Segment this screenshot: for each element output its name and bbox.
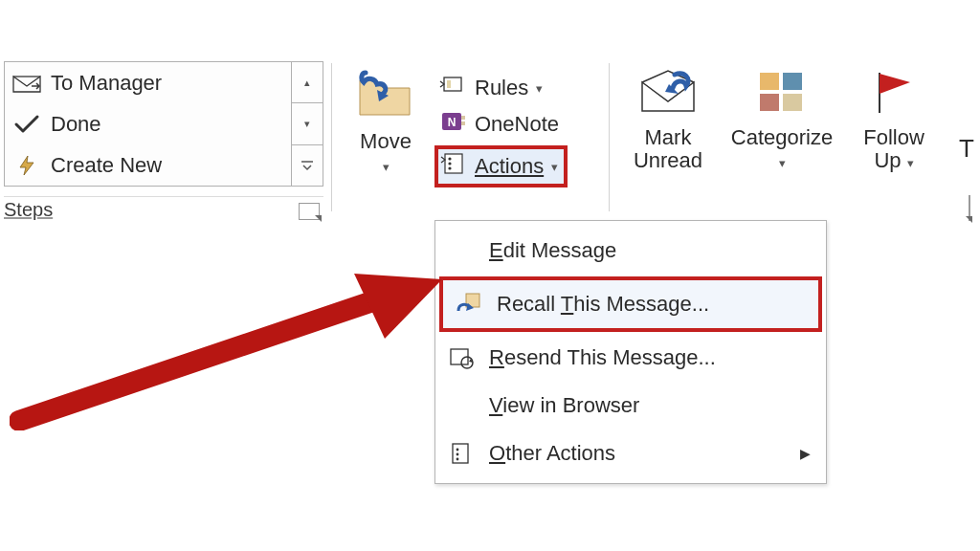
- svg-rect-7: [445, 154, 462, 173]
- svg-rect-6: [461, 121, 465, 125]
- gallery-up-button[interactable]: ▴: [292, 62, 323, 103]
- recall-icon: [455, 292, 483, 317]
- quick-steps-group-label: Steps: [4, 196, 323, 221]
- mark-unread-label-2: Unread: [634, 148, 702, 172]
- ribbon-group-divider: [609, 63, 610, 211]
- menu-item-view-in-browser[interactable]: View in Browser: [435, 382, 826, 430]
- menu-item-edit-message[interactable]: Edit Message: [435, 227, 826, 275]
- svg-point-21: [457, 458, 459, 461]
- follow-up-button[interactable]: Follow Up ▾: [850, 69, 938, 172]
- rules-button[interactable]: Rules ▾: [434, 73, 568, 103]
- svg-rect-13: [760, 94, 779, 111]
- mark-unread-button[interactable]: Mark Unread: [620, 69, 716, 172]
- other-actions-icon: [447, 441, 476, 466]
- svg-rect-2: [447, 80, 451, 88]
- onenote-button[interactable]: N OneNote: [434, 109, 568, 140]
- svg-point-9: [448, 162, 451, 165]
- mark-unread-label-1: Mark: [645, 125, 692, 149]
- move-label: Move: [360, 129, 412, 153]
- menu-item-recall-message[interactable]: Recall This Message...: [439, 276, 822, 332]
- move-folder-icon: [354, 101, 417, 125]
- svg-rect-1: [444, 77, 461, 91]
- ribbon-group-divider: [331, 63, 332, 211]
- svg-text:N: N: [448, 116, 457, 129]
- menu-item-label: View in Browser: [489, 393, 639, 418]
- actions-label: Actions: [475, 154, 544, 179]
- follow-up-label-1: Follow: [863, 125, 924, 149]
- menu-item-label: Edit Message: [489, 238, 616, 263]
- envelope-forward-icon: [12, 71, 41, 96]
- chevron-down-icon: ▾: [907, 156, 914, 170]
- dialog-launcher-icon: [969, 195, 970, 221]
- categorize-button[interactable]: Categorize▾: [725, 69, 838, 172]
- chevron-down-icon: ▾: [536, 81, 543, 96]
- quick-step-label: To Manager: [51, 71, 162, 96]
- rules-label: Rules: [475, 76, 528, 100]
- group-label-text: Steps: [4, 199, 53, 221]
- chevron-down-icon: ▾: [779, 156, 786, 170]
- menu-item-other-actions[interactable]: Other Actions ▶: [435, 430, 826, 477]
- gallery-down-button[interactable]: ▾: [292, 103, 323, 144]
- svg-rect-5: [461, 116, 465, 120]
- actions-dropdown-menu: Edit Message Recall This Message... Rese…: [434, 220, 827, 484]
- quick-step-label: Create New: [51, 153, 162, 178]
- menu-item-resend-message[interactable]: Resend This Message...: [435, 334, 826, 382]
- submenu-arrow-icon: ▶: [800, 446, 814, 461]
- svg-point-8: [448, 157, 451, 160]
- svg-point-19: [457, 449, 459, 452]
- move-button[interactable]: Move▾: [343, 69, 429, 176]
- svg-rect-11: [760, 73, 779, 90]
- quick-step-to-manager[interactable]: To Manager: [5, 62, 291, 103]
- annotation-arrow: [10, 239, 450, 430]
- svg-rect-18: [453, 444, 468, 463]
- dialog-launcher-icon[interactable]: [299, 203, 320, 220]
- onenote-icon: N: [438, 110, 467, 139]
- quick-steps-spinner: ▴ ▾: [291, 62, 323, 186]
- svg-point-20: [457, 453, 459, 456]
- checkmark-icon: [12, 112, 41, 137]
- lightning-icon: [12, 153, 41, 178]
- chevron-down-icon: ▾: [551, 160, 558, 174]
- truncated-ribbon-button[interactable]: T: [955, 134, 978, 164]
- actions-button[interactable]: Actions ▾: [434, 145, 568, 187]
- rules-icon: [438, 74, 467, 102]
- svg-point-17: [461, 357, 473, 368]
- menu-item-label: Recall This Message...: [497, 292, 709, 317]
- gallery-more-button[interactable]: [292, 145, 323, 186]
- svg-rect-12: [783, 73, 802, 90]
- svg-rect-14: [783, 94, 802, 111]
- actions-icon: [440, 151, 467, 182]
- categorize-icon: [754, 98, 810, 121]
- dialog-launcher-tags[interactable]: [969, 196, 974, 221]
- follow-up-label-2: Up: [874, 148, 901, 172]
- resend-icon: [447, 345, 476, 370]
- quick-steps-gallery: To Manager Done Create New ▴ ▾: [4, 61, 323, 187]
- menu-item-label: Resend This Message...: [489, 345, 716, 370]
- onenote-label: OneNote: [475, 112, 559, 137]
- quick-step-label: Done: [51, 112, 101, 137]
- categorize-label: Categorize: [731, 125, 833, 149]
- quick-step-create-new[interactable]: Create New: [5, 144, 291, 186]
- quick-step-done[interactable]: Done: [5, 103, 291, 144]
- svg-point-10: [448, 166, 451, 169]
- mark-unread-icon: [636, 98, 700, 121]
- menu-item-label: Other Actions: [489, 441, 615, 466]
- chevron-down-icon: ▾: [383, 160, 390, 174]
- flag-icon: [868, 98, 920, 121]
